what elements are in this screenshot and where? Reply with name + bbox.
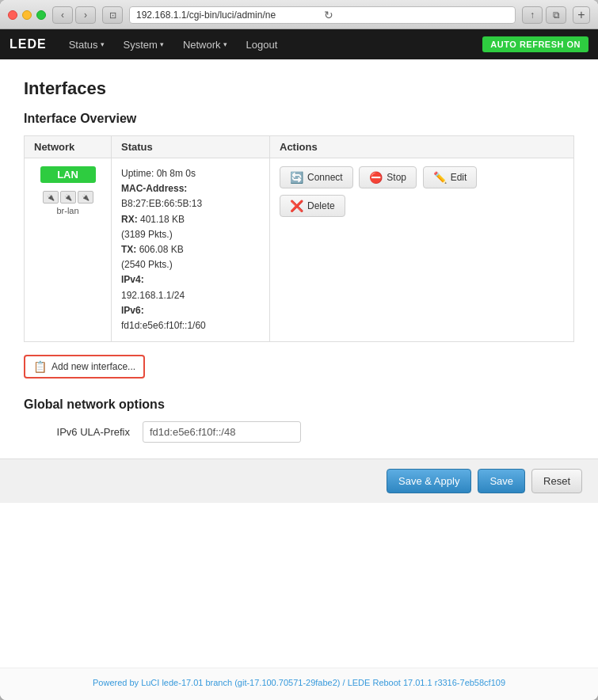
network-arrow-icon: ▾ xyxy=(223,40,227,48)
ipv4-label: IPv4: xyxy=(121,274,144,285)
mac-label: MAC-Address: xyxy=(121,183,187,194)
save-apply-button[interactable]: Save & Apply xyxy=(387,469,471,493)
ipv6-prefix-input[interactable] xyxy=(143,421,301,443)
maximize-window-button[interactable] xyxy=(36,10,46,20)
browser-chrome: ‹ › ⊡ 192.168.1.1/cgi-bin/luci/admin/ne … xyxy=(0,0,598,29)
router-brand: LEDE xyxy=(10,37,47,51)
back-button[interactable]: ‹ xyxy=(52,6,73,24)
global-options-title: Global network options xyxy=(24,398,574,412)
page-footer: Powered by LuCI lede-17.01 branch (git-1… xyxy=(0,668,598,700)
section-title: Interface Overview xyxy=(24,112,574,126)
add-interface-icon: 📋 xyxy=(33,360,47,373)
window-button[interactable]: ⊡ xyxy=(102,6,123,24)
table-row: LAN 🔌 🔌 🔌 br-lan xyxy=(25,158,574,342)
ipv6-prefix-label: IPv6 ULA-Prefix xyxy=(24,426,143,438)
footer-action-bar: Save & Apply Save Reset xyxy=(0,458,598,503)
ipv6-label: IPv6: xyxy=(121,305,144,316)
mac-value: B8:27:EB:66:5B:13 xyxy=(121,198,202,209)
router-nav: LEDE Status ▾ System ▾ Network ▾ Logout … xyxy=(0,29,598,59)
status-cell: Uptime: 0h 8m 0s MAC-Address: B8:27:EB:6… xyxy=(112,158,270,342)
col-actions: Actions xyxy=(270,136,574,158)
delete-button[interactable]: ❌ Delete xyxy=(280,195,345,217)
nav-network[interactable]: Network ▾ xyxy=(173,32,237,57)
share-button[interactable]: ↑ xyxy=(522,6,543,24)
footer-link[interactable]: Powered by LuCI lede-17.01 branch (git-1… xyxy=(93,678,505,687)
actions-cell: 🔄 Connect ⛔ Stop ✏️ Edit xyxy=(270,158,574,342)
status-info: Uptime: 0h 8m 0s MAC-Address: B8:27:EB:6… xyxy=(121,166,260,333)
connect-icon: 🔄 xyxy=(290,171,303,184)
tx-pkts: (2540 Pkts.) xyxy=(121,259,173,270)
port-icon: 🔌 xyxy=(43,191,59,204)
new-tab-button[interactable]: + xyxy=(573,6,590,24)
global-options: Global network options IPv6 ULA-Prefix xyxy=(24,398,574,443)
auto-refresh-button[interactable]: AUTO REFRESH ON xyxy=(482,36,588,52)
network-cell: LAN 🔌 🔌 🔌 br-lan xyxy=(25,158,112,342)
col-network: Network xyxy=(25,136,112,158)
ipv6-prefix-row: IPv6 ULA-Prefix xyxy=(24,421,574,443)
nav-system[interactable]: System ▾ xyxy=(114,32,173,57)
interface-name-label: br-lan xyxy=(43,206,93,215)
lan-badge: LAN xyxy=(40,166,96,183)
port-icon: 🔌 xyxy=(78,191,93,204)
system-arrow-icon: ▾ xyxy=(160,40,164,48)
add-interface-button[interactable]: 📋 Add new interface... xyxy=(24,355,145,379)
connect-button[interactable]: 🔄 Connect xyxy=(280,166,353,188)
rx-label: RX: xyxy=(121,214,138,225)
close-window-button[interactable] xyxy=(8,10,17,20)
nav-logout[interactable]: Logout xyxy=(237,32,288,57)
status-arrow-icon: ▾ xyxy=(101,40,105,48)
nav-status[interactable]: Status ▾ xyxy=(59,32,114,57)
edit-icon: ✏️ xyxy=(433,171,447,184)
save-button[interactable]: Save xyxy=(478,469,525,493)
url-text: 192.168.1.1/cgi-bin/luci/admin/ne xyxy=(136,10,321,21)
ipv6-value: fd1d:e5e6:f10f::1/60 xyxy=(121,320,206,331)
port-icon: 🔌 xyxy=(60,191,76,204)
page-title: Interfaces xyxy=(24,78,574,99)
tx-value: 606.08 KB xyxy=(139,244,184,255)
interface-table: Network Status Actions LAN 🔌 🔌 xyxy=(24,135,574,342)
delete-icon: ❌ xyxy=(290,200,303,212)
tx-label: TX: xyxy=(121,244,136,255)
stop-icon: ⛔ xyxy=(369,171,383,184)
col-status: Status xyxy=(112,136,270,158)
reset-button[interactable]: Reset xyxy=(531,469,582,493)
traffic-lights xyxy=(8,10,46,20)
forward-button[interactable]: › xyxy=(75,6,96,24)
minimize-window-button[interactable] xyxy=(22,10,32,20)
tabs-button[interactable]: ⧉ xyxy=(546,6,566,24)
ipv4-value: 192.168.1.1/24 xyxy=(121,290,185,301)
main-content: Interfaces Interface Overview Network St… xyxy=(0,59,598,668)
interface-icon: 🔌 🔌 🔌 br-lan xyxy=(34,191,101,215)
reload-button[interactable]: ↻ xyxy=(324,9,508,21)
edit-button[interactable]: ✏️ Edit xyxy=(423,166,478,188)
stop-button[interactable]: ⛔ Stop xyxy=(359,166,417,188)
rx-pkts: (3189 Pkts.) xyxy=(121,229,173,240)
rx-value: 401.18 KB xyxy=(140,214,185,225)
address-bar[interactable]: 192.168.1.1/cgi-bin/luci/admin/ne ↻ xyxy=(129,6,516,24)
uptime-text: Uptime: 0h 8m 0s xyxy=(121,168,196,179)
browser-window: ‹ › ⊡ 192.168.1.1/cgi-bin/luci/admin/ne … xyxy=(0,0,598,700)
